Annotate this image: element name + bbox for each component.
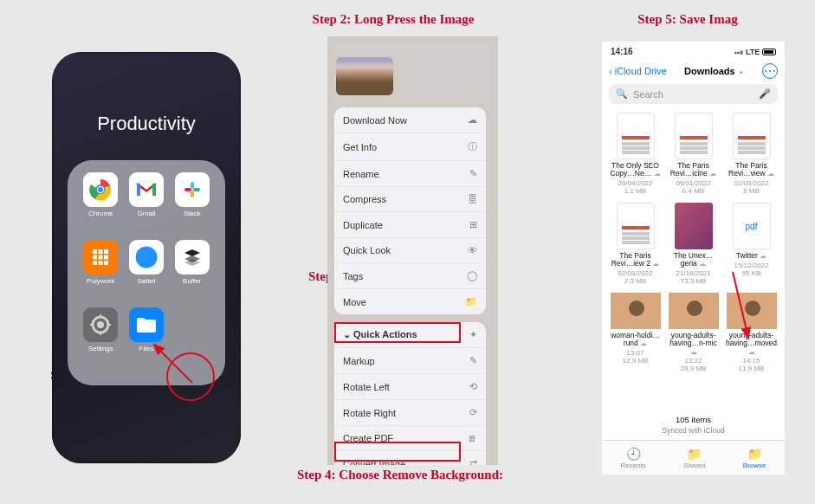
app-label: Files <box>139 345 154 352</box>
file-item[interactable]: woman-holdi…rund ☁13:0712.9 MB <box>607 293 663 381</box>
file-date: 06/01/2022 <box>676 179 710 187</box>
quick-actions-highlight-box <box>334 322 461 343</box>
status-bar: 14:16 ••ıl LTE <box>602 42 785 60</box>
menu-item-quick-look[interactable]: Quick Look👁 <box>334 238 486 263</box>
folder-title: Productivity <box>52 113 241 135</box>
search-input[interactable]: 🔍 Search 🎤 <box>609 84 778 104</box>
file-item[interactable]: The Paris Revi…iew 2 ☁02/08/20227.3 MB <box>607 203 663 291</box>
search-placeholder: Search <box>633 89 663 100</box>
svg-rect-16 <box>104 255 108 260</box>
markup-icon: ✎ <box>469 355 477 366</box>
file-name: young-adults-having…moved ☁ <box>725 332 778 356</box>
file-size: 12.9 MB <box>623 357 649 365</box>
svg-point-32 <box>687 300 702 316</box>
cloud-icon: ☁ <box>760 252 766 260</box>
pencil-icon: ✎ <box>469 168 477 179</box>
app-files[interactable]: Files <box>126 307 168 368</box>
cloud-icon: ☁ <box>748 348 755 356</box>
item-count: 105 items <box>602 415 785 424</box>
file-name: young-adults-having…n-mic ☁ <box>667 332 720 356</box>
file-item[interactable]: The Paris Revi…icine ☁06/01/20226.4 MB <box>665 113 721 201</box>
file-item[interactable]: The Only SEO Copy…Ne… ☁26/04/20221.1 MB <box>607 113 663 201</box>
step-4-label: Step 4: Choose Remove Background: <box>260 468 540 482</box>
menu-item-label: Rotate Left <box>343 382 390 392</box>
file-name: The Paris Revi…iew 2 ☁ <box>609 252 662 268</box>
svg-point-4 <box>98 187 103 192</box>
file-thumbnail <box>727 293 777 329</box>
file-name: The Unex…geria ☁ <box>667 252 720 268</box>
menu-item-markup[interactable]: Markup✎ <box>334 348 486 374</box>
menu-item-move[interactable]: Move📁 <box>334 289 486 314</box>
cloud-icon: ☁ <box>654 170 661 178</box>
file-thumbnail <box>733 113 771 159</box>
file-thumbnail <box>675 203 713 249</box>
app-safari[interactable]: Safari <box>126 240 168 300</box>
menu-item-rotate-right[interactable]: Rotate Right⟳ <box>334 400 486 426</box>
folder-title[interactable]: Downloads⌄ <box>684 66 745 76</box>
menu-item-rename[interactable]: Rename✎ <box>334 161 486 187</box>
app-chrome[interactable]: Chrome <box>80 172 122 233</box>
menu-item-label: Download Now <box>343 115 407 126</box>
menu-item-label: Rename <box>343 169 379 179</box>
file-size: 11.9 MB <box>739 365 765 372</box>
file-date: 02/08/2022 <box>734 179 768 187</box>
svg-rect-14 <box>93 255 97 260</box>
clock-icon: 🕘 <box>626 447 641 461</box>
app-buffer[interactable]: Buffer <box>171 240 213 300</box>
file-thumbnail <box>675 113 713 159</box>
file-name: woman-holdi…rund ☁ <box>609 332 662 348</box>
menu-item-download-now[interactable]: Download Now☁ <box>334 107 486 133</box>
svg-point-23 <box>97 321 104 328</box>
menu-item-get-info[interactable]: Get Infoⓘ <box>334 133 486 161</box>
file-thumbnail <box>669 293 719 329</box>
app-slack[interactable]: Slack <box>171 172 213 233</box>
menu-item-tags[interactable]: Tags◯ <box>334 263 486 289</box>
status-signal: ••ıl LTE <box>734 47 776 56</box>
image-thumbnail[interactable] <box>336 57 393 95</box>
menu-item-duplicate[interactable]: Duplicate⊞ <box>334 212 486 238</box>
svg-point-30 <box>629 300 644 316</box>
files-highlight-circle <box>166 352 215 401</box>
tab-recents[interactable]: 🕘Recents <box>621 447 646 469</box>
tab-shared[interactable]: 📁Shared <box>683 447 706 469</box>
step-5-label: Step 5: Save Imag <box>592 12 783 27</box>
remove-background-highlight-box <box>334 442 461 462</box>
back-button[interactable]: ‹ iCloud Drive <box>609 66 667 76</box>
files-grid: The Only SEO Copy…Ne… ☁26/04/20221.1 MBT… <box>602 109 785 381</box>
app-gmail[interactable]: Gmail <box>126 172 168 233</box>
file-size: 1.1 MB <box>624 187 646 195</box>
files-icon <box>129 307 164 342</box>
more-button[interactable]: ⋯ <box>762 63 778 79</box>
tab-bar: 🕘Recents 📁Shared 📁Browse <box>602 440 785 475</box>
svg-rect-9 <box>191 191 194 197</box>
app-polywork[interactable]: Polywork <box>80 240 122 300</box>
app-label: Settings <box>88 345 113 352</box>
chrome-icon <box>83 172 118 207</box>
file-item[interactable]: young-adults-having…n-mic ☁13:2228.9 MB <box>665 293 721 381</box>
menu-item-label: Quick Look <box>343 245 391 255</box>
menu-item-label: Compress <box>343 194 386 204</box>
mic-icon: 🎤 <box>759 88 771 100</box>
menu-item-compress[interactable]: Compress🗄 <box>334 187 486 212</box>
svg-rect-15 <box>99 255 103 260</box>
file-item[interactable]: pdfTwitter ☁15/12/202295 KB <box>723 203 779 291</box>
file-date: 26/04/2022 <box>618 179 652 187</box>
app-settings[interactable]: Settings <box>80 307 122 368</box>
svg-rect-5 <box>137 184 140 196</box>
file-thumbnail <box>617 113 655 159</box>
svg-rect-18 <box>99 261 103 265</box>
folder-icon: 📁 <box>747 447 762 461</box>
menu-item-label: Markup <box>343 356 375 366</box>
file-item[interactable]: The Unex…geria ☁21/10/202173.3 MB <box>665 203 721 291</box>
file-item[interactable]: young-adults-having…moved ☁14:1511.9 MB <box>723 293 779 381</box>
phone-3-files-list: 14:16 ••ıl LTE ‹ iCloud Drive Downloads⌄… <box>602 42 785 475</box>
file-name: The Only SEO Copy…Ne… ☁ <box>609 162 662 178</box>
file-date: 13:22 <box>684 357 702 365</box>
menu-item-rotate-left[interactable]: Rotate Left⟲ <box>334 374 486 400</box>
conv-icon: ⇄ <box>469 458 477 465</box>
menu-item-label: Rotate Right <box>343 408 396 418</box>
file-item[interactable]: The Paris Revi…view ☁02/08/20228 MB <box>723 113 779 201</box>
file-size: 6.4 MB <box>682 187 704 195</box>
cloud-icon: ☁ <box>767 170 774 178</box>
tab-browse[interactable]: 📁Browse <box>743 447 766 469</box>
